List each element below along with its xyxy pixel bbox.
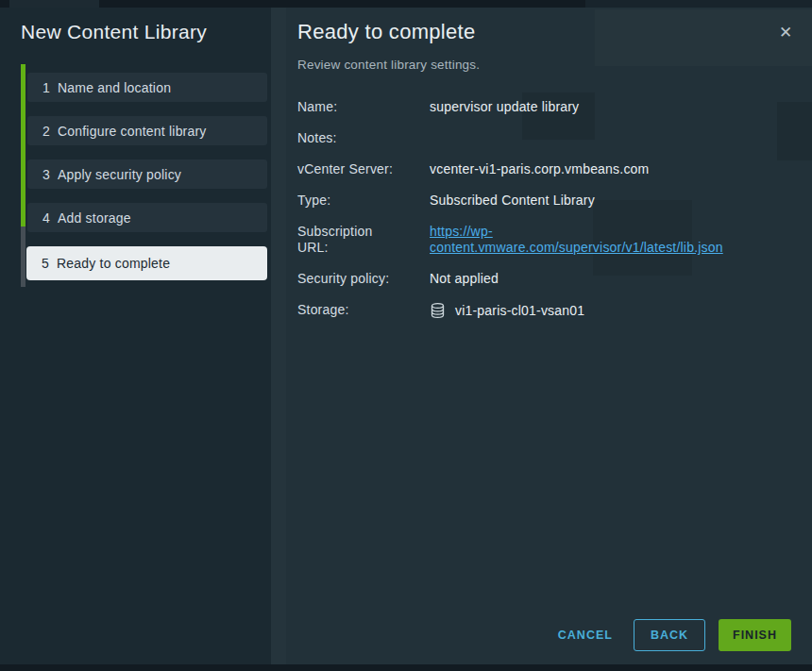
step-number: 4 [27,210,42,226]
wizard-steps: 1 Name and location 2 Configure content … [27,73,267,294]
summary-row-storage: Storage: vi1-paris-cl01-vsan01 [297,302,786,319]
field-label: vCenter Server: [297,161,401,177]
field-label: Notes: [297,130,401,146]
step-number: 2 [27,124,42,139]
back-button[interactable]: BACK [634,619,705,651]
progress-bar-current [21,226,25,287]
summary-row-name: Name: supervisor update library [297,99,786,115]
summary-row-vcenter-server: vCenter Server: vcenter-vi1-paris.corp.v… [297,161,786,177]
background-strip-patch [9,0,99,8]
field-label: Security policy: [297,271,401,287]
summary-row-security-policy: Security policy: Not applied [297,271,786,287]
summary-row-notes: Notes: [297,130,786,146]
page-title: Ready to complete [297,19,755,45]
wizard-step-ready-to-complete[interactable]: 5 Ready to complete [26,246,267,280]
page-header: Ready to complete Review content library… [271,8,812,73]
new-content-library-dialog: New Content Library 1 Name and location … [0,8,812,664]
wizard-step-add-storage[interactable]: 4 Add storage [27,203,267,232]
finish-button[interactable]: FINISH [719,619,791,651]
wizard-sidebar: New Content Library 1 Name and location … [0,8,271,664]
field-label: Name: [297,99,401,115]
wizard-step-configure-content-library[interactable]: 2 Configure content library [27,116,267,145]
close-icon[interactable]: ✕ [774,21,797,43]
wizard-footer: CANCEL BACK FINISH [552,619,791,651]
field-value: supervisor update library [430,99,579,115]
background-strip-patch [585,0,812,8]
step-number: 5 [26,256,42,271]
step-label: Ready to complete [42,256,170,271]
page-subtitle: Review content library settings. [297,57,755,73]
wizard-content-panel: ✕ Ready to complete Review content libra… [271,8,812,664]
field-label: Type: [297,193,401,209]
summary-row-type: Type: Subscribed Content Library [297,193,786,209]
wizard-step-apply-security-policy[interactable]: 3 Apply security policy [27,159,267,189]
datastore-icon [430,302,446,319]
field-label: Subscription URL: [297,224,401,256]
review-summary: Name: supervisor update library Notes: v… [297,99,786,319]
step-label: Configure content library [42,124,207,139]
panel-edge-highlight [271,8,286,664]
wizard-step-name-and-location[interactable]: 1 Name and location [27,73,267,102]
field-label: Storage: [297,302,401,319]
summary-row-subscription-url: Subscription URL: https://wp- content.vm… [297,224,786,256]
field-value: Subscribed Content Library [430,193,595,209]
step-label: Name and location [42,80,171,95]
storage-name: vi1-paris-cl01-vsan01 [455,303,584,319]
step-label: Apply security policy [42,167,181,182]
field-value: vi1-paris-cl01-vsan01 [430,302,584,319]
progress-bar-completed [21,64,25,226]
field-value: vcenter-vi1-paris.corp.vmbeans.com [430,161,649,177]
subscription-url-line1: https://wp- [430,224,723,240]
subscription-url-line2: content.vmware.com/supervisor/v1/latest/… [430,240,723,256]
cancel-button[interactable]: CANCEL [552,619,618,651]
subscription-url-link[interactable]: https://wp- content.vmware.com/superviso… [430,224,723,256]
wizard-title: New Content Library [0,8,271,43]
field-value: Not applied [430,271,499,287]
step-number: 3 [27,167,42,182]
step-label: Add storage [42,210,131,226]
step-number: 1 [27,80,42,95]
